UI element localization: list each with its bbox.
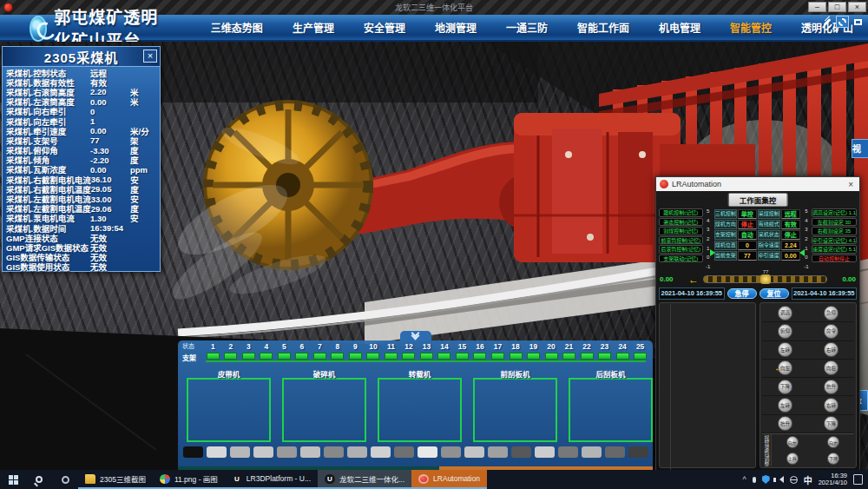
taskbar-app[interactable]: 龙软二三维一体化... <box>318 470 411 489</box>
setting-button[interactable]: 调高设定(记忆) 1.1 <box>812 208 857 217</box>
setting-button[interactable]: 速度设定(记忆) 5.1 <box>812 245 857 254</box>
mini-thumbnail[interactable] <box>605 446 625 458</box>
support-status-square <box>366 353 379 360</box>
panel-close-icon[interactable]: × <box>143 50 157 63</box>
nav-item[interactable]: 生产管理 <box>278 17 349 38</box>
mini-thumbnail[interactable] <box>277 446 297 458</box>
maximize-button[interactable]: □ <box>828 2 846 12</box>
setting-button[interactable]: 右截割设定 35 <box>812 227 857 235</box>
app-icon <box>325 474 335 484</box>
control-button[interactable]: 左转 <box>778 342 792 357</box>
support-cell: 4 <box>258 342 276 360</box>
control-button[interactable]: 右转 <box>824 342 838 357</box>
notification-center-icon[interactable] <box>853 474 863 485</box>
control-button[interactable]: 下降 <box>778 380 792 394</box>
memory-button[interactable]: 前滚筒控制(记忆) <box>659 236 703 245</box>
mini-thumbnail[interactable] <box>558 446 578 458</box>
memory-button[interactable]: 支架联动(记忆) <box>659 254 703 263</box>
nav-item[interactable]: 安全管理 <box>349 17 420 38</box>
camera-feed[interactable] <box>473 378 557 442</box>
nav-item[interactable]: 智能管控 <box>715 17 786 38</box>
control-button[interactable]: 抬升 <box>824 380 838 394</box>
reset-button[interactable]: 复位 <box>760 288 789 299</box>
support-status-square <box>260 353 273 360</box>
control-button[interactable]: 下降 <box>824 416 838 431</box>
support-cell: 8 <box>329 342 347 360</box>
setting-button[interactable]: 左截割设定 30 <box>812 218 857 227</box>
support-number: 10 <box>365 342 383 351</box>
nav-item[interactable]: 机电管理 <box>644 17 715 38</box>
control-button[interactable]: 急停 <box>824 306 838 320</box>
memory-button[interactable]: 后滚筒控制(记忆) <box>659 245 703 254</box>
mini-thumbnail[interactable] <box>300 446 320 458</box>
search-button[interactable] <box>26 470 52 489</box>
mini-thumbnail[interactable] <box>207 446 227 458</box>
control-button[interactable]: 命令 <box>824 324 838 339</box>
setting-button[interactable]: 牵引设定(记忆) 4.1 <box>812 236 857 245</box>
mini-thumbnail[interactable] <box>535 446 555 458</box>
mini-thumbnail[interactable] <box>183 446 203 458</box>
nav-item[interactable]: 一通三防 <box>491 17 562 38</box>
wrench-icon[interactable] <box>820 16 833 28</box>
control-button[interactable]: 向左 <box>786 436 799 448</box>
control-button[interactable]: 上升 <box>786 453 799 465</box>
app-label: LR3DPlatform - U... <box>247 474 311 483</box>
taskbar-apps: 2305三维截图 11.png - 画图 LR3DPlatform - U...… <box>78 470 487 489</box>
lra-close-icon[interactable]: × <box>845 180 856 189</box>
mini-thumbnail[interactable] <box>511 446 531 458</box>
taskbar-app[interactable]: LRAutomation <box>411 470 487 489</box>
mini-thumbnail[interactable] <box>441 446 461 458</box>
camera-feed[interactable] <box>378 378 462 442</box>
estop-button[interactable]: 急停 <box>727 288 757 299</box>
control-button[interactable]: 左转 <box>778 398 792 413</box>
taskbar-app[interactable]: LR3DPlatform - U... <box>225 470 318 489</box>
mini-thumbnail[interactable] <box>230 446 250 458</box>
cortana-button[interactable] <box>52 470 78 489</box>
mini-thumbnail[interactable] <box>464 446 484 458</box>
control-button[interactable]: 右转 <box>824 398 838 413</box>
control-button[interactable]: 向右 <box>824 360 838 375</box>
minimize-button[interactable]: – <box>808 2 826 12</box>
ime-indicator[interactable]: 中 <box>804 473 812 486</box>
memory-button[interactable]: 姿态控制(记忆) <box>659 218 703 227</box>
camera-feed[interactable] <box>569 378 653 442</box>
control-button[interactable]: 抬升 <box>778 416 792 431</box>
mini-thumbnail[interactable] <box>582 446 602 458</box>
security-shield-icon[interactable] <box>762 475 770 484</box>
mini-thumbnail[interactable] <box>371 446 391 458</box>
setting-button[interactable]: 自动控制停止 <box>812 254 857 263</box>
memory-button[interactable]: 跟机控制(记忆) <box>659 208 703 217</box>
mini-thumbnail[interactable] <box>253 446 273 458</box>
mini-thumbnail[interactable] <box>394 446 414 458</box>
mini-thumbnail[interactable] <box>628 446 648 458</box>
camera-feed[interactable] <box>282 378 366 442</box>
workface-control-tab[interactable]: 工作面集控 <box>728 193 788 207</box>
nav-item[interactable]: 地测管理 <box>420 17 491 38</box>
support-status-bar: 状态 支架 1 2 3 <box>178 340 653 367</box>
clock[interactable]: 16:39 2021/4/10 <box>819 472 847 486</box>
control-button[interactable]: 调高 <box>778 306 792 320</box>
network-icon[interactable] <box>790 476 798 484</box>
start-button[interactable] <box>0 470 26 489</box>
camera-feed[interactable] <box>187 378 271 442</box>
taskbar-app[interactable]: 11.png - 画图 <box>153 470 225 489</box>
mini-thumbnail[interactable] <box>324 446 344 458</box>
hidden-icons-chevron[interactable]: ^ <box>742 475 746 484</box>
control-button[interactable]: 下降 <box>827 453 839 465</box>
nav-item[interactable]: 三维态势图 <box>196 17 278 38</box>
mini-thumbnail[interactable] <box>347 446 367 458</box>
mini-thumbnail[interactable] <box>418 446 437 458</box>
close-button[interactable]: × <box>848 2 866 12</box>
mini-thumbnail[interactable] <box>488 446 508 458</box>
microphone-icon[interactable] <box>753 477 756 483</box>
viewpoint-tab[interactable]: 视点 <box>852 139 868 158</box>
support-cell: 19 <box>524 342 542 360</box>
speaker-icon[interactable] <box>776 476 784 483</box>
fit-window-icon[interactable] <box>852 16 865 28</box>
gear-icon[interactable] <box>836 16 849 28</box>
memory-button[interactable]: 割煤控制(记忆) <box>659 227 703 235</box>
taskbar-app[interactable]: 2305三维截图 <box>78 470 153 489</box>
control-button[interactable]: 俯仰 <box>778 324 792 339</box>
control-button[interactable]: 向右 <box>827 436 839 448</box>
nav-item[interactable]: 智能工作面 <box>562 17 644 38</box>
